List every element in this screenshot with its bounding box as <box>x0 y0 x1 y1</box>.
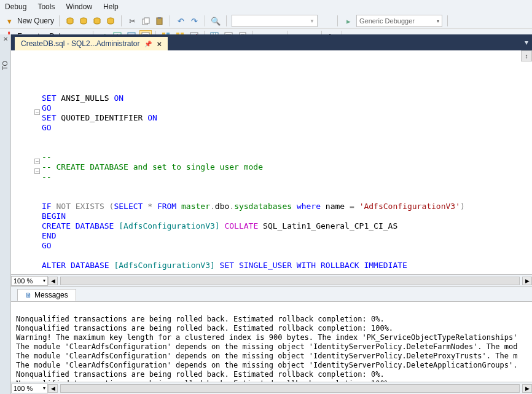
db-icon-2[interactable] <box>78 15 89 26</box>
fold-icon[interactable]: − <box>34 159 40 164</box>
debugger-combo[interactable]: Generic Debugger▾ <box>356 15 442 27</box>
zoom-combo[interactable]: 100 %▾ <box>11 276 48 286</box>
separator <box>59 15 60 26</box>
code-content[interactable]: − − − SET ANSI_NULLS ON GO SET QUOTED_ID… <box>11 50 532 274</box>
separator <box>447 15 448 26</box>
new-query-icon[interactable]: ▾ <box>4 15 15 26</box>
new-query-button[interactable]: New Query <box>17 17 54 25</box>
separator <box>170 15 170 26</box>
messages-icon: 🗎 <box>25 291 32 299</box>
scroll-right-icon[interactable]: ▶ <box>522 277 532 285</box>
tab-messages-label: Messages <box>34 291 68 299</box>
svg-rect-5 <box>144 18 149 23</box>
fold-icon[interactable]: − <box>34 168 40 174</box>
side-panel-collapsed[interactable]: ✕ TO <box>0 34 11 394</box>
tab-title: CreateDB.sql - SQL2...Administrator <box>21 39 139 48</box>
copy-icon[interactable] <box>140 15 151 26</box>
paste-icon[interactable] <box>154 15 165 26</box>
find-icon[interactable]: 🔍 <box>210 15 221 26</box>
scroll-left-icon[interactable]: ◀ <box>48 384 58 393</box>
message-line: The module 'ClearAdfsConfiguration' depe… <box>16 361 517 369</box>
pin-icon[interactable]: 📌 <box>144 41 152 47</box>
zoom-combo[interactable]: 100 %▾ <box>11 384 48 393</box>
separator <box>337 15 338 26</box>
database-combo[interactable]: ▼ <box>232 15 318 27</box>
redo-icon[interactable]: ↷ <box>189 15 200 26</box>
message-line: Warning! The maximum key length for a cl… <box>16 333 517 342</box>
message-line: The module 'ClearAdfsConfiguration' depe… <box>16 352 517 360</box>
toolbar-standard: ▾ New Query ✂ ↶ ↷ 🔍 ▼ ▸ Generic Debugger… <box>0 14 532 29</box>
document-tab-bar: CreateDB.sql - SQL2...Administrator 📌 × … <box>11 34 532 50</box>
db-icon-4[interactable] <box>105 15 116 26</box>
message-line: Nonqualified transactions are being roll… <box>16 315 385 323</box>
db-icon-1[interactable] <box>65 15 76 26</box>
close-icon[interactable]: ✕ <box>0 34 10 42</box>
messages-pane[interactable]: Nonqualified transactions are being roll… <box>11 302 532 382</box>
scroll-right-icon[interactable]: ▶ <box>522 384 532 393</box>
side-panel-label: TO <box>1 61 9 70</box>
db-icon-3[interactable] <box>92 15 103 26</box>
scroll-left-icon[interactable]: ◀ <box>48 277 58 285</box>
separator <box>121 15 122 26</box>
horizontal-scrollbar[interactable] <box>60 277 520 285</box>
menu-window[interactable]: Window <box>66 2 92 11</box>
results-tabs: 🗎 Messages <box>11 287 532 302</box>
editor-zoom-bar: 100 %▾ ◀ ▶ <box>11 274 532 286</box>
tab-messages[interactable]: 🗎 Messages <box>17 289 76 301</box>
messages-zoom-bar: 100 %▾ ◀ ▶ <box>11 382 532 394</box>
separator <box>226 15 227 26</box>
horizontal-scrollbar[interactable] <box>60 384 520 393</box>
tab-createdb[interactable]: CreateDB.sql - SQL2...Administrator 📌 × <box>15 37 168 50</box>
cut-icon[interactable]: ✂ <box>127 15 138 26</box>
undo-icon[interactable]: ↶ <box>175 15 186 26</box>
tab-overflow-icon[interactable]: ▾ <box>525 38 528 47</box>
main-area: CreateDB.sql - SQL2...Administrator 📌 × … <box>11 34 532 394</box>
svg-rect-7 <box>158 17 161 19</box>
menu-help[interactable]: Help <box>103 2 119 11</box>
message-line: The module 'ClearAdfsConfiguration' depe… <box>16 342 517 351</box>
menu-debug[interactable]: Debug <box>5 2 26 11</box>
close-tab-icon[interactable]: × <box>157 39 162 49</box>
message-line: Nonqualified transactions are being roll… <box>16 370 385 379</box>
debugger-icon[interactable]: ▸ <box>343 15 354 26</box>
menu-bar: Debug Tools Window Help <box>0 0 532 14</box>
message-line: Nonqualified transactions are being roll… <box>16 324 393 333</box>
fold-icon[interactable]: − <box>34 109 40 115</box>
code-editor[interactable]: ↕ − − − SET ANSI_NULLS ON GO SET QUOTED_… <box>11 50 532 287</box>
separator <box>205 15 205 26</box>
menu-tools[interactable]: Tools <box>37 2 55 11</box>
